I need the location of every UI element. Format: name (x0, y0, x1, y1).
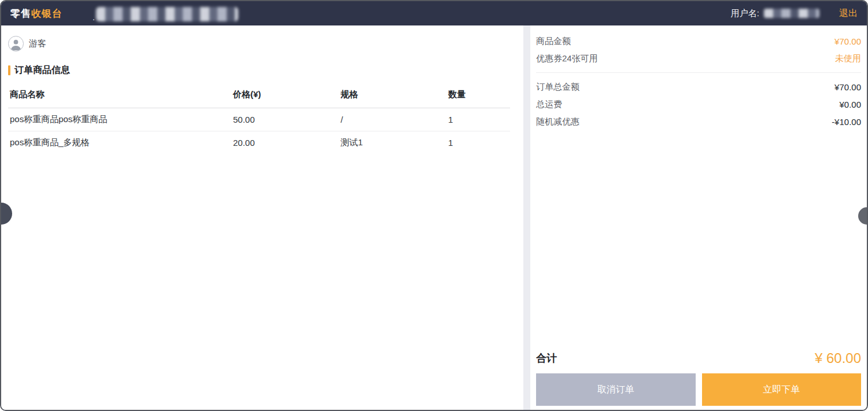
summary-value: ¥70.00 (834, 82, 861, 92)
redacted-store-name (96, 7, 238, 21)
checkout-buttons: 取消订单 立即下单 (536, 373, 861, 406)
summary-row-order-total: 订单总金额 ¥70.00 (536, 78, 861, 96)
logout-button[interactable]: 退出 (839, 8, 858, 20)
qty-cell: 1 (446, 108, 510, 131)
total-row: 合计 ¥ 60.00 (536, 350, 861, 366)
app-title-accent: 收银台 (31, 8, 62, 19)
spec-cell: 测试1 (339, 131, 446, 155)
summary-row-goods-amount: 商品金额 ¥70.00 (536, 32, 861, 50)
order-items-table: 商品名称 价格(¥) 规格 数量 pos称重商品pos称重商品 50.00 / … (8, 86, 510, 155)
summary-value: ¥0.00 (839, 100, 861, 109)
coupon-status[interactable]: 未使用 (835, 53, 861, 64)
section-title: 订单商品信息 (8, 64, 513, 76)
section-accent-bar (8, 65, 10, 75)
spec-cell: / (339, 108, 446, 131)
price-cell: 50.00 (231, 108, 339, 131)
submit-order-button[interactable]: 立即下单 (702, 373, 862, 406)
section-title-text: 订单商品信息 (14, 64, 70, 76)
cancel-order-button[interactable]: 取消订单 (536, 373, 696, 406)
customer-row: 游客 (8, 36, 513, 52)
app-title-prefix: 零售 (10, 8, 31, 19)
table-row: pos称重商品_多规格 20.00 测试1 1 (8, 131, 510, 155)
price-cell: 20.00 (231, 131, 339, 155)
store-name: . (93, 7, 238, 20)
customer-name: 游客 (29, 38, 46, 49)
header-spec: 规格 (339, 86, 446, 108)
app-title: 零售收银台 (10, 7, 62, 20)
header-qty: 数量 (446, 86, 510, 108)
summary-value: -¥10.00 (832, 117, 861, 127)
summary-row-random-discount: 随机减优惠 -¥10.00 (536, 113, 861, 130)
total-label: 合计 (536, 351, 557, 365)
table-row: pos称重商品pos称重商品 50.00 / 1 (8, 108, 510, 131)
summary-label: 优惠券24张可用 (536, 53, 598, 64)
username-label: 用户名: (731, 8, 759, 19)
header-price: 价格(¥) (231, 86, 339, 108)
topbar: 零售收银台 . 用户名: 退出 (1, 1, 867, 25)
topbar-right: 用户名: 退出 (731, 8, 858, 20)
order-panel: 游客 订单商品信息 商品名称 价格(¥) 规格 数量 (1, 25, 523, 410)
summary-row-shipping: 总运费 ¥0.00 (536, 96, 861, 113)
summary-divider (536, 72, 861, 73)
spacer (536, 130, 861, 350)
user-avatar-icon (8, 36, 24, 52)
summary-row-coupon[interactable]: 优惠券24张可用 未使用 (536, 50, 861, 67)
summary-label: 订单总金额 (536, 82, 579, 93)
panel-divider-strip (523, 25, 530, 410)
product-name-cell: pos称重商品_多规格 (8, 131, 231, 155)
main-content: 游客 订单商品信息 商品名称 价格(¥) 规格 数量 (1, 25, 867, 410)
checkout-summary-panel: 商品金额 ¥70.00 优惠券24张可用 未使用 订单总金额 ¥70.00 总运… (530, 25, 867, 410)
store-name-dot: . (93, 14, 95, 20)
table-header-row: 商品名称 价格(¥) 规格 数量 (8, 86, 510, 108)
redacted-username (764, 9, 819, 18)
summary-label: 商品金额 (536, 36, 571, 47)
summary-label: 随机减优惠 (536, 116, 579, 127)
total-value: ¥ 60.00 (815, 350, 861, 366)
header-product-name: 商品名称 (8, 86, 231, 108)
summary-label: 总运费 (536, 99, 562, 110)
summary-value: ¥70.00 (834, 36, 861, 46)
pos-app-window: 零售收银台 . 用户名: 退出 游客 (0, 0, 868, 411)
product-name-cell: pos称重商品pos称重商品 (8, 108, 231, 131)
qty-cell: 1 (446, 131, 510, 155)
